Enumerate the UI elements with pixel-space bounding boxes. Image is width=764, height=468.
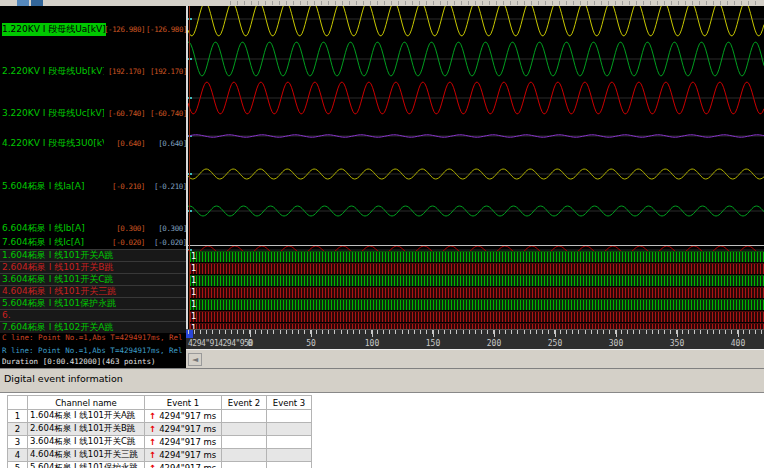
- event3-header: Event 3: [267, 396, 312, 410]
- channel-value-c: [-0.210]: [104, 180, 145, 193]
- channel-name[interactable]: 6.604柘泉 I 线Ib[A]: [2, 222, 104, 235]
- event1-time: 4294"917 ms: [159, 450, 216, 460]
- rising-edge-arrow-icon: ↑: [149, 450, 156, 460]
- channel-panel: 1.220KV I 段母线Ua[kV] [-126.980] [-126.980…: [0, 6, 186, 368]
- row-event1: ↑4294"917 ms: [145, 410, 222, 423]
- channel-value-r: [-0.020]: [146, 236, 186, 249]
- analog-channel-row[interactable]: 7.604柘泉 I 线Ic[A] [-0.020] [-0.020]: [0, 236, 186, 249]
- digital-channel-row[interactable]: 7.604柘泉 I 线102开关A跳: [0, 321, 186, 333]
- event-table: Channel name Event 1 Event 2 Event 3 1 1…: [7, 395, 312, 468]
- ruler-tick-label: 150: [426, 339, 440, 348]
- digital-state-value: 1: [191, 263, 196, 273]
- channel-name-header: Channel name: [28, 396, 145, 410]
- analog-digital-separator: [188, 245, 764, 246]
- analog-channel-row[interactable]: 3.220KV I 段母线Uc[kV] [-60.740] [-60.740]: [0, 107, 186, 120]
- table-row[interactable]: 3 3.604柘泉 I 线101开关C跳 ↑4294"917 ms: [8, 436, 312, 449]
- table-row[interactable]: 5 5.604柘泉 I 线101保护永跳 ↑4294"917 ms: [8, 462, 312, 468]
- digital-trace-row[interactable]: 1: [190, 311, 764, 322]
- table-row[interactable]: 1 1.604柘泉 I 线101开关A跳 ↑4294"917 ms: [8, 410, 312, 423]
- channel-value-r: [0.300]: [146, 222, 186, 235]
- c-line-status: C line: Point No.=1,Abs T=4294917ms, Rel…: [2, 333, 186, 343]
- digital-state-value: 1: [191, 275, 196, 285]
- analog-channel-row[interactable]: 1.220KV I 段母线Ua[kV] [-126.980] [-126.980…: [0, 23, 186, 36]
- channel-value-c: [-60.740]: [104, 107, 145, 120]
- row-event3: [267, 462, 312, 468]
- table-row[interactable]: 2 2.604柘泉 I 线101开关B跳 ↑4294"917 ms: [8, 423, 312, 436]
- digital-channel-row[interactable]: 6.: [0, 309, 186, 321]
- digital-state-value: 1: [191, 287, 196, 297]
- channel-value-r: [0.640]: [146, 137, 186, 150]
- ruler-tick-label: 50: [306, 339, 316, 348]
- channel-name[interactable]: 3.220KV I 段母线Uc[kV]: [2, 107, 104, 120]
- event1-time: 4294"917 ms: [159, 463, 216, 468]
- row-event2: [222, 462, 267, 468]
- row-event2: [222, 423, 267, 436]
- row-event2: [222, 436, 267, 449]
- analog-channel-row[interactable]: 5.604柘泉 I 线Ia[A] [-0.210] [-0.210]: [0, 180, 186, 193]
- digital-trace-row[interactable]: 1: [190, 287, 764, 298]
- horizontal-scrollbar[interactable]: ◄: [186, 349, 764, 368]
- channel-value-c: [-126.980]: [104, 23, 145, 36]
- row-number: 4: [8, 449, 28, 462]
- channel-value-c: [0.300]: [104, 222, 145, 235]
- digital-channel-row[interactable]: 4.604柘泉 I 线101开关三跳: [0, 285, 186, 297]
- analog-channel-row[interactable]: 6.604柘泉 I 线Ib[A] [0.300] [0.300]: [0, 222, 186, 235]
- digital-event-section: Digital event information Channel name E…: [0, 368, 764, 468]
- digital-channel-row[interactable]: 5.604柘泉 I 线101保护永跳: [0, 297, 186, 309]
- channel-value-c: [-0.020]: [104, 236, 145, 249]
- digital-trace-row[interactable]: 1: [190, 299, 764, 310]
- table-header-row: Channel name Event 1 Event 2 Event 3: [8, 396, 312, 410]
- event1-header: Event 1: [145, 396, 222, 410]
- event2-header: Event 2: [222, 396, 267, 410]
- rising-edge-arrow-icon: ↑: [149, 411, 156, 421]
- channel-value-r: [-60.740]: [146, 107, 186, 120]
- ruler-absolute-time-label: 4294"914294"950: [188, 339, 253, 348]
- cursor-line[interactable]: [189, 6, 190, 329]
- event1-time: 4294"917 ms: [159, 411, 216, 421]
- ruler-tick-label: 0: [248, 339, 253, 348]
- time-ruler[interactable]: 4294"914294"950 050100150200250300350400: [186, 329, 764, 349]
- digital-channel-row[interactable]: 1.604柘泉 I 线101开关A跳: [0, 249, 186, 261]
- toolbar-tick-texture: [230, 1, 762, 5]
- channel-name[interactable]: 5.604柘泉 I 线Ia[A]: [2, 180, 104, 193]
- digital-trace-row[interactable]: 1: [190, 275, 764, 286]
- analog-channel-row[interactable]: 2.220KV I 段母线Ub[kV] [192.170] [192.170]: [0, 65, 186, 78]
- channel-value-r: [-0.210]: [146, 180, 186, 193]
- r-line-status: R line: Point No.=1,Abs T=4294917ms, Rel…: [2, 346, 186, 356]
- digital-channel-row[interactable]: 2.604柘泉 I 线101开关B跳: [0, 261, 186, 273]
- ruler-tick-label: 250: [548, 339, 562, 348]
- row-channel-name: 4.604柘泉 I 线101开关三跳: [28, 449, 145, 462]
- fault-recorder-window: 1.220KV I 段母线Ua[kV] [-126.980] [-126.980…: [0, 0, 764, 468]
- row-event3: [267, 410, 312, 423]
- channel-value-r: [192.170]: [146, 65, 186, 78]
- ruler-tick-label: 350: [670, 339, 684, 348]
- digital-trace-row[interactable]: 1: [190, 251, 764, 262]
- channel-name[interactable]: 4.220KV I 段母线3U0[kV]: [2, 137, 104, 150]
- row-event1: ↑4294"917 ms: [145, 423, 222, 436]
- channel-value-c: [192.170]: [104, 65, 145, 78]
- digital-state-value: 1: [191, 299, 196, 309]
- waveform-plot[interactable]: 1111111: [186, 6, 764, 329]
- row-channel-name: 5.604柘泉 I 线101保护永跳: [28, 462, 145, 468]
- ruler-tick-label: 400: [731, 339, 745, 348]
- table-row[interactable]: 4 4.604柘泉 I 线101开关三跳 ↑4294"917 ms: [8, 449, 312, 462]
- row-number: 2: [8, 423, 28, 436]
- row-event1: ↑4294"917 ms: [145, 436, 222, 449]
- channel-name[interactable]: 1.220KV I 段母线Ua[kV]: [2, 23, 106, 36]
- analog-channel-row[interactable]: 4.220KV I 段母线3U0[kV] [0.640] [0.640]: [0, 137, 186, 150]
- digital-state-value: 1: [191, 251, 196, 261]
- row-channel-name: 2.604柘泉 I 线101开关B跳: [28, 423, 145, 436]
- rising-edge-arrow-icon: ↑: [149, 424, 156, 434]
- digital-channel-row[interactable]: 3.604柘泉 I 线101开关C跳: [0, 273, 186, 285]
- channel-value-r: [-126.980]: [146, 23, 186, 36]
- num-header: [8, 396, 28, 410]
- waveform-window: 1.220KV I 段母线Ua[kV] [-126.980] [-126.980…: [0, 6, 764, 368]
- scroll-left-arrow-icon[interactable]: ◄: [188, 353, 202, 366]
- event1-time: 4294"917 ms: [159, 437, 216, 447]
- row-event3: [267, 449, 312, 462]
- digital-trace-row[interactable]: 1: [190, 263, 764, 274]
- ruler-tick-label: 200: [487, 339, 501, 348]
- digital-state-value: 1: [191, 311, 196, 321]
- channel-name[interactable]: 2.220KV I 段母线Ub[kV]: [2, 65, 104, 78]
- channel-name[interactable]: 7.604柘泉 I 线Ic[A]: [2, 236, 104, 249]
